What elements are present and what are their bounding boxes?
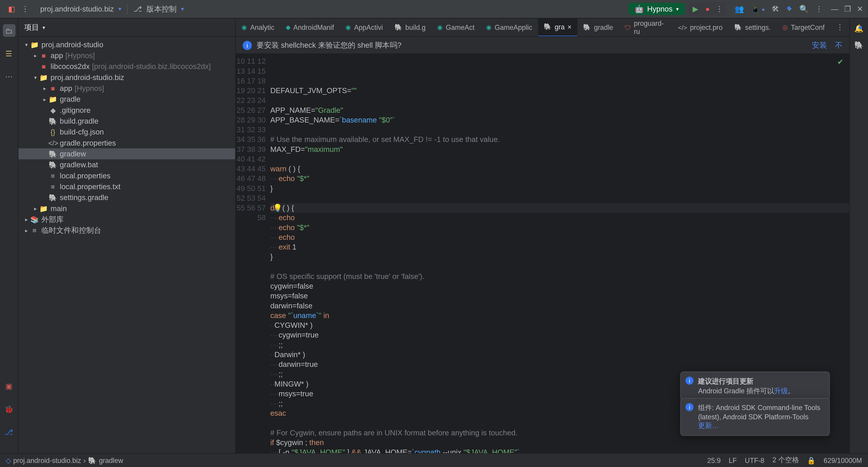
debug-button[interactable]: ● [703,2,712,15]
chevron-icon[interactable]: ▾ [23,41,30,47]
project-name[interactable]: proj.android-studio.biz [38,4,116,13]
collaborate-icon[interactable]: 👥 [735,4,744,13]
tree-item[interactable]: ▸📁gradle [18,94,235,105]
chevron-down-icon[interactable]: ▾ [42,24,45,30]
tree-item[interactable]: ■libcocos2dx[proj.android-studio.biz.lib… [18,61,235,72]
git-tool-icon[interactable]: ⎇ [2,426,15,438]
token-counter[interactable]: 629/10000M [824,456,862,465]
tree-item-label: .gitignore [60,106,91,114]
structure-tool-icon[interactable]: ☰ [2,47,15,60]
cursor-position[interactable]: 25:9 [707,456,721,465]
editor-tab[interactable]: ◉Analytic [236,18,280,36]
tree-item[interactable]: ▸■app[Hypnos] [18,83,235,94]
vcs-label[interactable]: 版本控制 [144,4,179,14]
minimize-button[interactable]: — [831,4,838,13]
notifications-icon[interactable]: 🔔 [854,24,864,33]
indent[interactable]: 2 个空格 [772,456,799,465]
branch-icon: ⎇ [133,4,142,13]
banner-dismiss-button[interactable]: 不 [835,40,842,51]
editor-tab[interactable]: 🛡proguard-ru [619,18,672,36]
tab-icon: ◉ [437,24,443,31]
editor-tab[interactable]: </>project.pro [672,18,728,36]
tree-item[interactable]: 🐘build.gradle [18,116,235,126]
file-icon: {} [49,128,58,136]
chevron-icon[interactable]: ▸ [32,53,39,58]
inspection-ok-icon[interactable]: ✔ [837,57,844,66]
tree-item[interactable]: ≡local.properties.txt [18,181,235,192]
tab-icon: 🐘 [583,24,591,31]
file-icon: 🐘 [49,193,58,201]
chevron-icon[interactable]: ▾ [32,74,39,80]
tree-item-label: gradlew [60,149,86,158]
run-config-selector[interactable]: 🤖 Hypnos ▾ [629,3,685,15]
line-ending[interactable]: LF [729,456,737,465]
close-button[interactable]: ✕ [857,4,863,13]
editor-tab[interactable]: ◆AndroidManif [280,18,340,36]
separator [127,4,128,14]
tab-label: TargetConf [791,23,825,31]
code-content[interactable]: 💡 DEFAULT_JVM_OPTS="" APP_NAME="Gradle" … [270,54,849,453]
gradle-tool-icon[interactable]: 🐘 [854,41,864,50]
tab-label: Analytic [250,23,274,31]
maximize-button[interactable]: ❐ [844,4,851,13]
tree-item[interactable]: 🐘gradlew.bat [18,159,235,170]
settings-icon[interactable]: ⋮ [815,4,823,13]
breadcrumb[interactable]: ◇ proj.android-studio.biz › 🐘 gradlew [6,456,123,465]
chevron-icon[interactable]: ▸ [23,217,30,222]
tree-item-hint: [proj.android-studio.biz.libcocos2dx] [92,62,211,71]
chevron-down-icon[interactable]: ▾ [119,6,121,12]
editor-tab[interactable]: ◉GameApplic [480,18,538,36]
lock-icon[interactable]: 🔒 [807,456,815,465]
tree-item[interactable]: ◆.gitignore [18,105,235,116]
tree-item[interactable]: {}build-cfg.json [18,127,235,137]
terminal-tool-icon[interactable]: ▣ [2,379,15,392]
module-icon: ◇ [6,456,11,465]
banner-install-button[interactable]: 安装 [812,40,827,51]
statusbar: ◇ proj.android-studio.biz › 🐘 gradlew 25… [0,453,868,467]
chevron-icon[interactable]: ▸ [41,96,49,102]
more-run-icon[interactable]: ⋮ [712,2,726,15]
tree-item[interactable]: ▾📁proj.android-studio [18,39,235,50]
editor-tab[interactable]: ◉AppActivi [340,18,389,36]
file-icon: ■ [49,84,58,92]
ai-icon[interactable]: ✦ [786,4,793,13]
chevron-icon[interactable]: ▸ [23,227,30,233]
more-tool-icon[interactable]: ⋯ [2,70,15,83]
editor-tab[interactable]: ◎TargetConf [776,18,830,36]
tree-item-label: main [51,204,67,213]
tree-item[interactable]: 🐘settings.gradle [18,192,235,203]
chevron-icon[interactable]: ▸ [41,86,49,91]
tree-item[interactable]: </>gradle.properties [18,137,235,148]
editor-tab[interactable]: 🐘build.g [389,18,431,36]
tree-item[interactable]: ▾📁proj.android-studio.biz [18,72,235,83]
editor-tab[interactable]: 🐘gradle [577,18,619,36]
right-toolbar: 🔔 🐘 [849,18,868,453]
editor-tabs: ◉Analytic◆AndroidManif◉AppActivi🐘build.g… [236,18,849,37]
project-tool-icon[interactable]: 🗀 [2,24,15,37]
tab-close-icon[interactable]: × [567,23,572,31]
tools-icon[interactable]: 🛠 [772,4,779,13]
tree-item[interactable]: ▸📁main [18,203,235,214]
tree-item[interactable]: ≡local.properties [18,170,235,181]
editor-tab[interactable]: ◉GameAct [431,18,480,36]
search-icon[interactable]: 🔍 [799,4,809,13]
project-tree[interactable]: ▾📁proj.android-studio▸■app[Hypnos]■libco… [18,37,235,453]
chevron-down-icon[interactable]: ▾ [181,6,184,12]
tree-item[interactable]: 🐘gradlew [18,148,235,159]
run-button[interactable]: ▶ [688,2,703,15]
editor[interactable]: ✔ 10 11 12 13 14 15 16 17 18 19 20 21 22… [236,54,849,453]
device-icon[interactable]: 📱 ▾ [751,4,765,13]
tab-label: GameApplic [495,23,532,31]
file-icon: 🐘 [49,161,58,169]
intention-bulb-icon[interactable]: 💡 [273,203,282,213]
tabs-more-icon[interactable]: ⋮ [831,23,849,32]
editor-tab[interactable]: 🐘settings. [728,18,776,36]
tree-item[interactable]: ▸📚外部库 [18,214,235,225]
tree-item[interactable]: ▸■app[Hypnos] [18,50,235,61]
editor-tab[interactable]: 🐘gra× [538,18,577,36]
services-tool-icon[interactable]: 🐞 [2,403,15,415]
main-menu-icon[interactable]: ⋮ [18,2,32,16]
tree-item[interactable]: ▸≡临时文件和控制台 [18,225,235,236]
encoding[interactable]: UTF-8 [745,456,764,465]
chevron-icon[interactable]: ▸ [32,206,39,211]
